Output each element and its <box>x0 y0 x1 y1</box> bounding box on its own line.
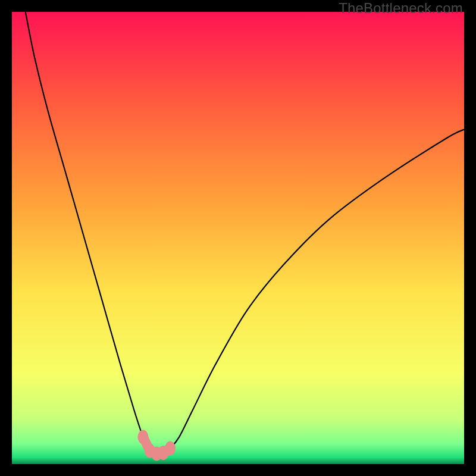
marker-point <box>165 441 176 455</box>
marker-point <box>137 430 148 444</box>
watermark-text: TheBottleneck.com <box>339 0 463 17</box>
chart-frame <box>12 12 464 464</box>
marker-group <box>137 430 176 461</box>
chart-markers-layer <box>12 12 464 464</box>
